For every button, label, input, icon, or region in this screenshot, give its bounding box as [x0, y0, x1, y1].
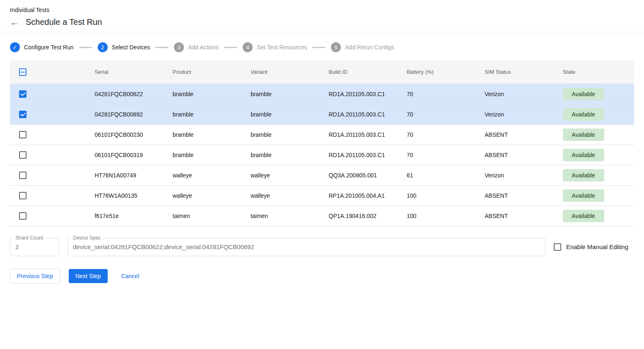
row-checkbox[interactable] — [19, 212, 27, 220]
cell-sim-status: ABSENT — [478, 185, 556, 206]
page-header: Individual Tests ← Schedule a Test Run — [0, 0, 644, 32]
enable-manual-editing-label: Enable Manual Editing — [566, 243, 628, 250]
cell-product: walleye — [166, 185, 244, 206]
step-select-devices[interactable]: 2 Select Devices — [98, 42, 150, 52]
row-checkbox[interactable] — [19, 151, 27, 159]
step-add-rerun-configs[interactable]: 5 Add Rerun Configs — [331, 42, 394, 52]
cell-serial: 06101FQCB00319 — [88, 145, 166, 165]
row-checkbox[interactable] — [19, 192, 27, 199]
column-header-battery: Battery (%) — [400, 61, 478, 84]
cell-battery: 100 — [400, 185, 478, 206]
cell-sim-status: Verizon — [478, 104, 556, 124]
table-header-row: Serial Product Variant Build ID Battery … — [10, 61, 634, 84]
cell-variant: bramble — [244, 124, 322, 145]
select-all-checkbox[interactable] — [19, 68, 27, 76]
row-checkbox[interactable] — [19, 172, 27, 179]
state-badge: Available — [563, 169, 604, 182]
step-label: Select Devices — [112, 44, 150, 51]
device-row[interactable]: 04281FQCB00892 bramble bramble RD1A.2011… — [10, 104, 634, 124]
cell-battery: 70 — [400, 124, 478, 145]
cell-battery: 70 — [400, 104, 478, 124]
device-row[interactable]: HT76N1A00749 walleye walleye QQ3A.200805… — [10, 165, 634, 185]
cell-sim-status: ABSENT — [478, 124, 556, 145]
step-label: Configure Test Run — [24, 44, 74, 51]
device-table-body: 04281FQCB00622 bramble bramble RD1A.2011… — [10, 84, 634, 226]
row-checkbox[interactable] — [19, 90, 27, 98]
cell-build-id: RD1A.201105.003.C1 — [322, 145, 400, 165]
device-row[interactable]: f617e51e taimen taimen QP1A.190416.002 1… — [10, 206, 634, 226]
step-connector — [224, 47, 237, 48]
cell-battery: 70 — [400, 145, 478, 165]
page-title: Schedule a Test Run — [26, 17, 102, 27]
step-add-actions[interactable]: 3 Add Actions — [174, 42, 219, 52]
row-checkbox[interactable] — [19, 111, 27, 118]
previous-step-button[interactable]: Previous Step — [10, 269, 60, 284]
cell-variant: walleye — [244, 165, 322, 185]
shard-count-field[interactable]: Shard Count 2 — [10, 238, 59, 256]
step-complete-icon: ✓ — [10, 42, 20, 52]
cell-build-id: RD1A.201105.003.C1 — [322, 124, 400, 145]
cell-serial: 06101FQCB00230 — [88, 124, 166, 145]
back-arrow-icon[interactable]: ← — [10, 18, 19, 27]
cell-variant: taimen — [244, 206, 322, 226]
cell-sim-status: Verizon — [478, 84, 556, 104]
cell-build-id: RP1A.201005.004.A1 — [322, 185, 400, 206]
column-header-build-id: Build ID — [322, 61, 400, 84]
cell-sim-status: ABSENT — [478, 206, 556, 226]
cell-sim-status: ABSENT — [478, 145, 556, 165]
step-number: 3 — [174, 42, 184, 52]
state-badge: Available — [563, 88, 604, 100]
cell-build-id: RD1A.201105.003.C1 — [322, 84, 400, 104]
cell-build-id: QP1A.190416.002 — [322, 206, 400, 226]
cell-product: bramble — [166, 84, 244, 104]
device-spec-field[interactable]: Device Spec device_serial:04281FQCB00622… — [68, 238, 545, 256]
cell-serial: 04281FQCB00892 — [88, 104, 166, 124]
step-connector — [155, 47, 169, 48]
cell-product: bramble — [166, 104, 244, 124]
shard-count-value: 2 — [15, 243, 19, 250]
cell-battery: 100 — [400, 206, 478, 226]
row-checkbox[interactable] — [19, 131, 27, 138]
state-badge: Available — [563, 189, 604, 202]
cell-build-id: QQ3A.200805.001 — [322, 165, 400, 185]
step-label: Set Test Resources — [257, 44, 307, 51]
step-configure-test-run[interactable]: ✓ Configure Test Run — [10, 42, 74, 52]
breadcrumb: Individual Tests — [10, 7, 634, 13]
device-row[interactable]: HT76W1A00135 walleye walleye RP1A.201005… — [10, 185, 634, 206]
cell-product: bramble — [166, 145, 244, 165]
cell-serial: HT76W1A00135 — [88, 185, 166, 206]
device-row[interactable]: 06101FQCB00230 bramble bramble RD1A.2011… — [10, 124, 634, 145]
step-label: Add Actions — [188, 44, 219, 51]
cancel-button[interactable]: Cancel — [116, 269, 145, 283]
state-badge: Available — [563, 128, 604, 141]
cell-product: bramble — [166, 124, 244, 145]
cell-product: walleye — [166, 165, 244, 185]
enable-manual-editing-control[interactable]: Enable Manual Editing — [554, 243, 634, 251]
device-row[interactable]: 06101FQCB00319 bramble bramble RD1A.2011… — [10, 145, 634, 165]
shard-count-label: Shard Count — [14, 235, 45, 241]
device-spec-value: device_serial:04281FQCB00622;device_seri… — [73, 243, 254, 250]
step-connector — [79, 47, 92, 48]
column-header-variant: Variant — [244, 61, 322, 84]
state-badge: Available — [563, 108, 604, 121]
step-number: 4 — [243, 42, 253, 52]
step-connector — [312, 47, 326, 48]
step-set-test-resources[interactable]: 4 Set Test Resources — [243, 42, 307, 52]
step-label: Add Rerun Configs — [345, 44, 394, 51]
device-table: Serial Product Variant Build ID Battery … — [10, 61, 634, 226]
column-header-product: Product — [166, 61, 244, 84]
cell-variant: bramble — [244, 84, 322, 104]
step-number: 2 — [98, 42, 108, 52]
cell-serial: f617e51e — [88, 206, 166, 226]
cell-variant: walleye — [244, 185, 322, 206]
cell-variant: bramble — [244, 104, 322, 124]
cell-serial: HT76N1A00749 — [88, 165, 166, 185]
cell-product: taimen — [166, 206, 244, 226]
next-step-button[interactable]: Next Step — [69, 269, 107, 283]
device-row[interactable]: 04281FQCB00622 bramble bramble RD1A.2011… — [10, 84, 634, 104]
state-badge: Available — [563, 210, 604, 222]
step-number: 5 — [331, 42, 341, 52]
device-spec-label: Device Spec — [71, 235, 102, 241]
cell-sim-status: Verizon — [478, 165, 556, 185]
enable-manual-editing-checkbox[interactable] — [554, 243, 561, 251]
